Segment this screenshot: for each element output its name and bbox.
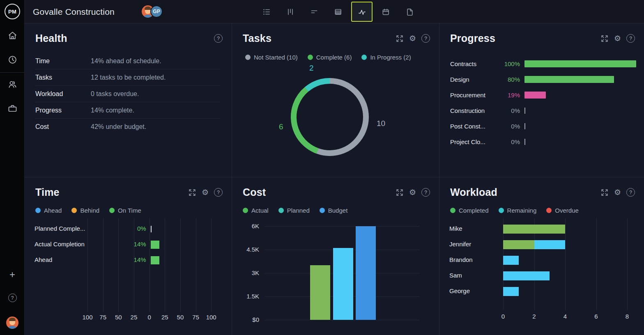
workload-bar-segment (503, 256, 519, 265)
axis-tick-label: 100 (203, 314, 219, 321)
legend-item: In Progress (2) (361, 54, 411, 61)
donut-segment (289, 76, 371, 158)
axis-tick-label: 75 (188, 314, 204, 321)
health-metric-value: 0 tasks overdue. (91, 90, 139, 98)
legend-item: Remaining (499, 207, 537, 214)
axis-tick-label: 25 (126, 314, 142, 321)
health-metric-label: Tasks (35, 74, 91, 81)
time-settings-icon[interactable]: ⚙ (202, 188, 209, 196)
axis-tick-label: 0 (495, 313, 511, 320)
tasks-expand-icon[interactable] (396, 34, 404, 43)
workload-expand-icon[interactable] (600, 188, 609, 197)
board-view-icon[interactable] (281, 3, 299, 21)
gantt-view-icon[interactable] (305, 3, 323, 21)
progress-phase-label: Project Clo... (450, 138, 499, 145)
axis-tick-label: 100 (79, 314, 96, 321)
axis-tick-label: 1.5K (238, 293, 259, 300)
app-root: PM +? Govalle Construction GP Health ? T… (0, 0, 644, 335)
pm-logo[interactable]: PM (5, 4, 20, 19)
cost-bar-chart: 6K4.5K3K1.5K$0 (232, 177, 439, 335)
workload-panel: Workload ⚙? CompletedRemainingOverdue 02… (439, 177, 644, 335)
tasks-settings-icon[interactable]: ⚙ (409, 34, 416, 42)
axis-tick-label: 8 (619, 313, 635, 320)
cost-settings-icon[interactable]: ⚙ (409, 188, 416, 196)
help-icon[interactable]: ? (0, 294, 25, 302)
workload-settings-icon[interactable]: ⚙ (614, 188, 621, 196)
time-bar (151, 256, 159, 264)
time-expand-icon[interactable] (188, 188, 196, 197)
cost-bar (333, 248, 353, 320)
sheet-view-icon[interactable] (329, 3, 347, 21)
progress-row: Design80% (450, 71, 636, 87)
portfolio-icon[interactable] (0, 103, 25, 114)
legend-dot (308, 55, 313, 60)
axis-tick-label: 0 (141, 314, 158, 321)
gridline (118, 218, 119, 312)
donut-value-label: 6 (279, 122, 283, 131)
calendar-view-icon[interactable] (377, 3, 395, 21)
time-zero-tick (151, 226, 152, 232)
cost-help-icon[interactable]: ? (421, 188, 430, 197)
progress-settings-icon[interactable]: ⚙ (614, 34, 621, 42)
cost-panel-title: Cost (243, 186, 266, 198)
gridline (165, 218, 165, 312)
workload-bar-chart: 02468MikeJenniferBrandonSamGeorge (439, 177, 644, 335)
clock-icon[interactable] (0, 54, 25, 65)
axis-tick-label: 6 (588, 313, 605, 320)
gridline (265, 226, 420, 227)
gridline (150, 218, 150, 312)
progress-help-icon[interactable]: ? (626, 34, 635, 43)
team-icon[interactable] (0, 79, 25, 90)
tasks-panel: Tasks ⚙? Not Started (10)Complete (6)In … (232, 23, 439, 177)
docs-view-icon[interactable] (400, 3, 419, 21)
axis-tick-label: 3K (238, 269, 259, 276)
health-row: Cost42% under budget. (35, 119, 220, 135)
time-help-icon[interactable]: ? (214, 188, 223, 197)
progress-track (524, 92, 636, 99)
workload-bar-segment (503, 240, 534, 249)
member-avatar-initials[interactable]: GP (150, 5, 163, 18)
donut-value-label: 2 (309, 64, 314, 73)
legend-label: In Progress (2) (370, 54, 411, 61)
progress-zero-tick (524, 108, 525, 114)
health-row: Workload0 tasks overdue. (35, 86, 220, 102)
legend-item: Completed (450, 207, 489, 214)
progress-zero-tick (524, 123, 525, 129)
gridline (565, 218, 566, 310)
tasks-help-icon[interactable]: ? (421, 34, 430, 43)
progress-bar (524, 60, 636, 67)
gridline (180, 218, 181, 312)
workload-member-label: George (449, 287, 470, 294)
add-icon[interactable]: + (0, 270, 25, 280)
progress-expand-icon[interactable] (600, 34, 609, 43)
health-help-icon[interactable]: ? (214, 34, 223, 43)
health-metric-value: 42% under budget. (91, 123, 146, 131)
progress-track (524, 138, 636, 145)
dashboard-view-icon[interactable] (351, 2, 373, 22)
list-view-icon[interactable] (258, 3, 276, 21)
health-summary-list: Time14% ahead of schedule.Tasks12 tasks … (35, 53, 220, 135)
workload-member-label: Mike (449, 225, 462, 232)
home-icon[interactable] (0, 30, 25, 41)
legend-dot (361, 55, 367, 60)
axis-tick-label: 75 (95, 314, 111, 321)
tasks-donut-chart: 1062 (232, 23, 439, 177)
workload-help-icon[interactable]: ? (626, 188, 635, 197)
progress-phase-label: Design (450, 76, 499, 83)
cost-expand-icon[interactable] (396, 188, 404, 197)
workload-member-label: Brandon (449, 256, 473, 263)
tasks-panel-title: Tasks (243, 32, 271, 44)
cost-bar (310, 265, 330, 320)
health-metric-value: 14% ahead of schedule. (91, 57, 161, 65)
legend-dot (546, 208, 552, 213)
progress-percent: 80% (499, 76, 520, 83)
legend-label: Completed (459, 207, 489, 214)
dashboard: Health ? Time14% ahead of schedule.Tasks… (25, 23, 644, 335)
progress-phase-label: Procurement (450, 92, 499, 99)
legend-item: Not Started (10) (245, 54, 298, 61)
progress-row: Construction0% (450, 103, 636, 118)
axis-tick-label: 2 (526, 313, 543, 320)
user-avatar[interactable] (0, 317, 25, 329)
gridline (196, 218, 196, 312)
workload-bar-segment (534, 240, 566, 249)
